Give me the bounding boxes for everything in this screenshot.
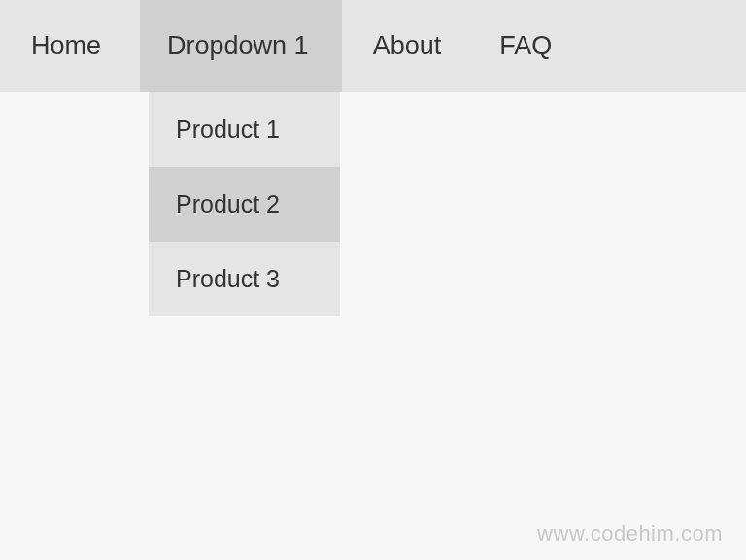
watermark-text: www.codehim.com bbox=[537, 521, 723, 546]
nav-label: FAQ bbox=[499, 31, 552, 61]
dropdown-item-product1[interactable]: Product 1 bbox=[149, 92, 340, 167]
nav-item-home[interactable]: Home bbox=[0, 0, 140, 92]
dropdown-item-product3[interactable]: Product 3 bbox=[149, 242, 340, 316]
nav-label: Home bbox=[31, 31, 101, 61]
dropdown-label: Product 2 bbox=[176, 190, 280, 217]
nav-item-about[interactable]: About bbox=[342, 0, 481, 92]
nav-label: About bbox=[373, 31, 442, 61]
nav-label: Dropdown 1 bbox=[167, 31, 309, 61]
main-navbar: Home Dropdown 1 About FAQ bbox=[0, 0, 746, 92]
nav-item-faq[interactable]: FAQ bbox=[480, 0, 581, 92]
dropdown-label: Product 1 bbox=[176, 115, 280, 143]
dropdown-item-product2[interactable]: Product 2 bbox=[149, 167, 340, 242]
dropdown-menu: Product 1 Product 2 Product 3 bbox=[149, 92, 340, 316]
dropdown-label: Product 3 bbox=[176, 265, 280, 292]
nav-item-dropdown1[interactable]: Dropdown 1 bbox=[140, 0, 342, 92]
